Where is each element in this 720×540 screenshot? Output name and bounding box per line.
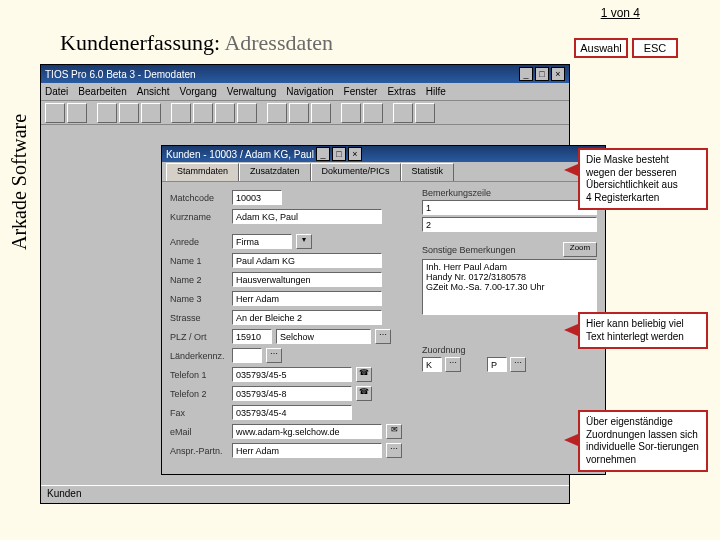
page-title: Kundenerfassung: Adressdaten: [60, 30, 333, 56]
auswahl-button[interactable]: Auswahl: [574, 38, 628, 58]
dropdown-icon[interactable]: ▾: [296, 234, 312, 249]
toolbar-button[interactable]: [289, 103, 309, 123]
toolbar-button[interactable]: [97, 103, 117, 123]
toolbar-button[interactable]: [193, 103, 213, 123]
search-icon[interactable]: ⋯: [510, 357, 526, 372]
menu-datei[interactable]: Datei: [45, 86, 68, 97]
laenderkz-field[interactable]: [232, 348, 262, 363]
name2-field[interactable]: Hausverwaltungen: [232, 272, 382, 287]
label-fax: Fax: [170, 408, 228, 418]
tab-statistik[interactable]: Statistik: [401, 163, 455, 181]
toolbar-button[interactable]: [363, 103, 383, 123]
toolbar-button[interactable]: [311, 103, 331, 123]
brand-label: Arkade Software: [8, 50, 31, 250]
toolbar: [41, 101, 569, 125]
menu-hilfe[interactable]: Hilfe: [426, 86, 446, 97]
title-main: Kundenerfassung:: [60, 30, 220, 55]
arrow-icon: [564, 434, 578, 446]
label-telefon1: Telefon 1: [170, 370, 228, 380]
esc-button[interactable]: ESC: [632, 38, 678, 58]
toolbar-button[interactable]: [141, 103, 161, 123]
tab-stammdaten[interactable]: Stammdaten: [166, 163, 239, 181]
search-icon[interactable]: ⋯: [266, 348, 282, 363]
callout-zuordnung: Über eigenständige Zuordnungen lassen si…: [578, 410, 708, 472]
callout-text: Hier kann beliebig viel Text hinterlegt …: [578, 312, 708, 349]
arrow-icon: [564, 164, 578, 176]
tab-zusatzdaten[interactable]: Zusatzdaten: [239, 163, 311, 181]
bemerkung2-field[interactable]: 2: [422, 217, 597, 232]
zuord-k-field[interactable]: K: [422, 357, 442, 372]
title-sub: Adressdaten: [224, 30, 333, 55]
sonstige-field[interactable]: Inh. Herr Paul Adam Handy Nr. 0172/31805…: [422, 259, 597, 315]
email-field[interactable]: www.adam-kg.selchow.de: [232, 424, 382, 439]
menu-navigation[interactable]: Navigation: [286, 86, 333, 97]
mail-icon[interactable]: ✉: [386, 424, 402, 439]
zuord-p-field[interactable]: P: [487, 357, 507, 372]
toolbar-button[interactable]: [267, 103, 287, 123]
bemerkung1-field[interactable]: 1: [422, 200, 597, 215]
menu-extras[interactable]: Extras: [387, 86, 415, 97]
ort-field[interactable]: Selchow: [276, 329, 371, 344]
menu-fenster[interactable]: Fenster: [344, 86, 378, 97]
name1-field[interactable]: Paul Adam KG: [232, 253, 382, 268]
menu-verwaltung[interactable]: Verwaltung: [227, 86, 276, 97]
toolbar-button[interactable]: [171, 103, 191, 123]
matchcode-field[interactable]: 10003: [232, 190, 282, 205]
maximize-icon[interactable]: □: [535, 67, 549, 81]
close-icon[interactable]: ×: [551, 67, 565, 81]
app-title: TIOS Pro 6.0 Beta 3 - Demodaten: [45, 69, 196, 80]
label-telefon2: Telefon 2: [170, 389, 228, 399]
label-matchcode: Matchcode: [170, 193, 228, 203]
app-title-bar: TIOS Pro 6.0 Beta 3 - Demodaten _ □ ×: [41, 65, 569, 83]
ansprech-field[interactable]: Herr Adam: [232, 443, 382, 458]
menu-bar: Datei Bearbeiten Ansicht Vorgang Verwalt…: [41, 83, 569, 101]
label-name3: Name 3: [170, 294, 228, 304]
telefon2-field[interactable]: 035793/45-8: [232, 386, 352, 401]
phone-icon[interactable]: ☎: [356, 386, 372, 401]
anrede-field[interactable]: Firma: [232, 234, 292, 249]
label-email: eMail: [170, 427, 228, 437]
tab-row: Stammdaten Zusatzdaten Dokumente/PICs St…: [162, 162, 605, 182]
close-icon[interactable]: ×: [348, 147, 362, 161]
toolbar-button[interactable]: [341, 103, 361, 123]
kunden-title: Kunden - 10003 / Adam KG, Paul: [166, 149, 314, 160]
label-sonstige: Sonstige Bemerkungen: [422, 245, 516, 255]
search-icon[interactable]: ⋯: [386, 443, 402, 458]
minimize-icon[interactable]: _: [316, 147, 330, 161]
plz-field[interactable]: 15910: [232, 329, 272, 344]
search-icon[interactable]: ⋯: [445, 357, 461, 372]
search-icon[interactable]: ⋯: [375, 329, 391, 344]
toolbar-button[interactable]: [45, 103, 65, 123]
toolbar-button[interactable]: [215, 103, 235, 123]
zoom-button[interactable]: Zoom: [563, 242, 597, 257]
toolbar-button[interactable]: [67, 103, 87, 123]
toolbar-button[interactable]: [119, 103, 139, 123]
label-plzort: PLZ / Ort: [170, 332, 228, 342]
fax-field[interactable]: 035793/45-4: [232, 405, 352, 420]
callout-registerkarten: Die Maske besteht wegen der besseren Übe…: [578, 148, 708, 210]
minimize-icon[interactable]: _: [519, 67, 533, 81]
tab-dokumente[interactable]: Dokumente/PICs: [311, 163, 401, 181]
page-counter: 1 von 4: [601, 6, 640, 20]
label-anrede: Anrede: [170, 237, 228, 247]
toolbar-button[interactable]: [415, 103, 435, 123]
menu-ansicht[interactable]: Ansicht: [137, 86, 170, 97]
toolbar-button[interactable]: [237, 103, 257, 123]
menu-vorgang[interactable]: Vorgang: [180, 86, 217, 97]
label-zuordnung: Zuordnung: [422, 345, 597, 355]
kurzname-field[interactable]: Adam KG, Paul: [232, 209, 382, 224]
label-name1: Name 1: [170, 256, 228, 266]
telefon1-field[interactable]: 035793/45-5: [232, 367, 352, 382]
name3-field[interactable]: Herr Adam: [232, 291, 382, 306]
toolbar-button[interactable]: [393, 103, 413, 123]
label-bemerkung: Bemerkungszeile: [422, 188, 597, 198]
app-window: TIOS Pro 6.0 Beta 3 - Demodaten _ □ × Da…: [40, 64, 570, 504]
label-strasse: Strasse: [170, 313, 228, 323]
strasse-field[interactable]: An der Bleiche 2: [232, 310, 382, 325]
phone-icon[interactable]: ☎: [356, 367, 372, 382]
menu-bearbeiten[interactable]: Bearbeiten: [78, 86, 126, 97]
form-area: Matchcode 10003 Kurzname Adam KG, Paul A…: [162, 182, 605, 466]
maximize-icon[interactable]: □: [332, 147, 346, 161]
label-kurzname: Kurzname: [170, 212, 228, 222]
label-name2: Name 2: [170, 275, 228, 285]
